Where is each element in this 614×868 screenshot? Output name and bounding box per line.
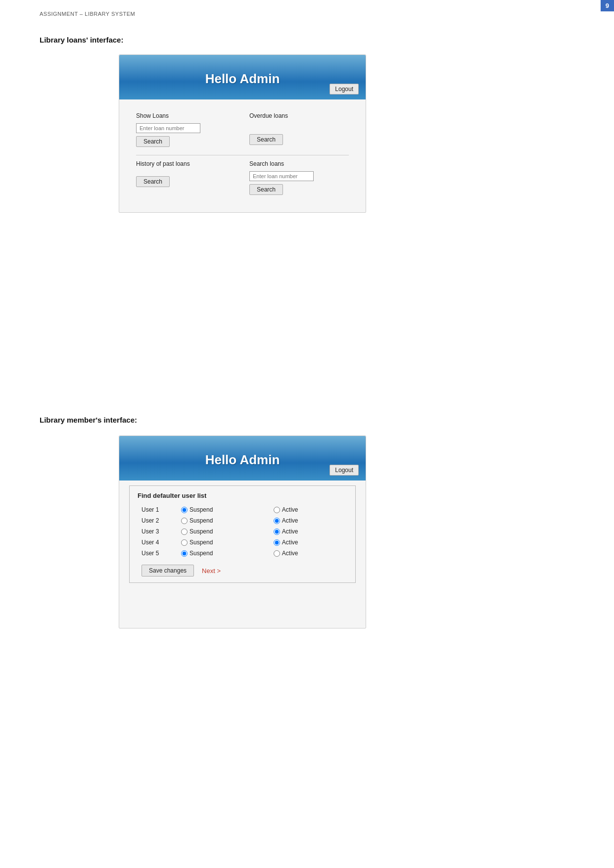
defaulter-container: Find defaulter user list User 1 Suspend: [129, 485, 356, 583]
loans-panel-header: Hello Admin Logout: [119, 55, 366, 99]
history-loans-label: History of past loans: [136, 160, 236, 167]
suspend-cell: Suspend: [177, 526, 270, 537]
user-name: User 2: [138, 515, 177, 526]
user2-active-radio[interactable]: [274, 518, 280, 524]
search-loans-search-button[interactable]: Search: [249, 184, 283, 195]
suspend-label: Suspend: [189, 528, 213, 535]
active-label: Active: [282, 528, 298, 535]
search-loans-cell: Search loans Search: [242, 155, 356, 203]
show-loans-input[interactable]: [136, 123, 200, 133]
user5-suspend-radio[interactable]: [181, 550, 188, 557]
active-radio-group: Active: [274, 550, 343, 557]
history-search-button[interactable]: Search: [136, 176, 170, 187]
save-changes-button[interactable]: Save changes: [142, 565, 194, 577]
loans-panel: Hello Admin Logout Show Loans Search Ove…: [119, 54, 366, 213]
active-cell: Active: [270, 537, 347, 548]
suspend-cell: Suspend: [177, 515, 270, 526]
active-radio-group: Active: [274, 539, 343, 546]
member-panel-header: Hello Admin Logout: [119, 436, 366, 481]
table-row: User 1 Suspend Active: [138, 504, 347, 515]
loans-hello-admin: Hello Admin: [205, 71, 280, 87]
user-table: User 1 Suspend Active: [138, 504, 347, 559]
member-footer: Save changes Next >: [138, 565, 347, 577]
user3-suspend-radio[interactable]: [181, 529, 188, 535]
loans-logout-button[interactable]: Logout: [330, 84, 359, 95]
loans-grid: Show Loans Search Overdue loans Search: [129, 107, 356, 155]
user1-suspend-radio[interactable]: [181, 507, 188, 513]
next-link[interactable]: Next >: [202, 567, 221, 575]
search-loans-label: Search loans: [249, 160, 349, 167]
suspend-radio-group: Suspend: [181, 550, 266, 557]
suspend-label: Suspend: [189, 506, 213, 513]
overdue-loans-cell: Overdue loans Search: [242, 107, 356, 155]
overdue-loans-label: Overdue loans: [249, 112, 349, 119]
user5-active-radio[interactable]: [274, 550, 280, 557]
history-loans-cell: History of past loans Search: [129, 155, 242, 203]
loans-panel-body: Show Loans Search Overdue loans Search H…: [119, 99, 366, 209]
suspend-label: Suspend: [189, 517, 213, 524]
suspend-radio-group: Suspend: [181, 517, 266, 524]
active-cell: Active: [270, 504, 347, 515]
show-loans-label: Show Loans: [136, 112, 236, 119]
active-cell: Active: [270, 526, 347, 537]
user3-active-radio[interactable]: [274, 529, 280, 535]
suspend-cell: Suspend: [177, 504, 270, 515]
suspend-radio-group: Suspend: [181, 539, 266, 546]
member-panel: Hello Admin Logout Find defaulter user l…: [119, 435, 366, 628]
show-loans-search-button[interactable]: Search: [136, 136, 170, 147]
member-panel-body: Find defaulter user list User 1 Suspend: [119, 481, 366, 591]
user1-active-radio[interactable]: [274, 507, 280, 513]
suspend-radio-group: Suspend: [181, 528, 266, 535]
section2-title: Library member's interface:: [40, 416, 137, 424]
suspend-label: Suspend: [189, 539, 213, 546]
suspend-cell: Suspend: [177, 537, 270, 548]
table-row: User 3 Suspend Active: [138, 526, 347, 537]
active-label: Active: [282, 550, 298, 557]
page-number: 9: [601, 0, 614, 11]
find-defaulter-title: Find defaulter user list: [138, 492, 347, 499]
active-label: Active: [282, 517, 298, 524]
overdue-loans-search-button[interactable]: Search: [249, 134, 283, 145]
user-name: User 4: [138, 537, 177, 548]
user2-suspend-radio[interactable]: [181, 518, 188, 524]
member-logout-button[interactable]: Logout: [330, 465, 359, 476]
active-cell: Active: [270, 548, 347, 559]
active-radio-group: Active: [274, 528, 343, 535]
user4-active-radio[interactable]: [274, 539, 280, 546]
active-label: Active: [282, 506, 298, 513]
active-label: Active: [282, 539, 298, 546]
suspend-radio-group: Suspend: [181, 506, 266, 513]
user4-suspend-radio[interactable]: [181, 539, 188, 546]
table-row: User 2 Suspend Active: [138, 515, 347, 526]
suspend-label: Suspend: [189, 550, 213, 557]
user-name: User 1: [138, 504, 177, 515]
user-name: User 3: [138, 526, 177, 537]
table-row: User 4 Suspend Active: [138, 537, 347, 548]
doc-header: ASSIGNMENT – LIBRARY SYSTEM: [40, 11, 135, 17]
search-loans-input[interactable]: [249, 171, 314, 181]
loans-grid-bottom: History of past loans Search Search loan…: [129, 155, 356, 203]
active-radio-group: Active: [274, 506, 343, 513]
active-cell: Active: [270, 515, 347, 526]
section1-title: Library loans' interface:: [40, 36, 123, 44]
table-row: User 5 Suspend Active: [138, 548, 347, 559]
member-hello-admin: Hello Admin: [205, 452, 280, 468]
user-name: User 5: [138, 548, 177, 559]
active-radio-group: Active: [274, 517, 343, 524]
show-loans-cell: Show Loans Search: [129, 107, 242, 155]
suspend-cell: Suspend: [177, 548, 270, 559]
